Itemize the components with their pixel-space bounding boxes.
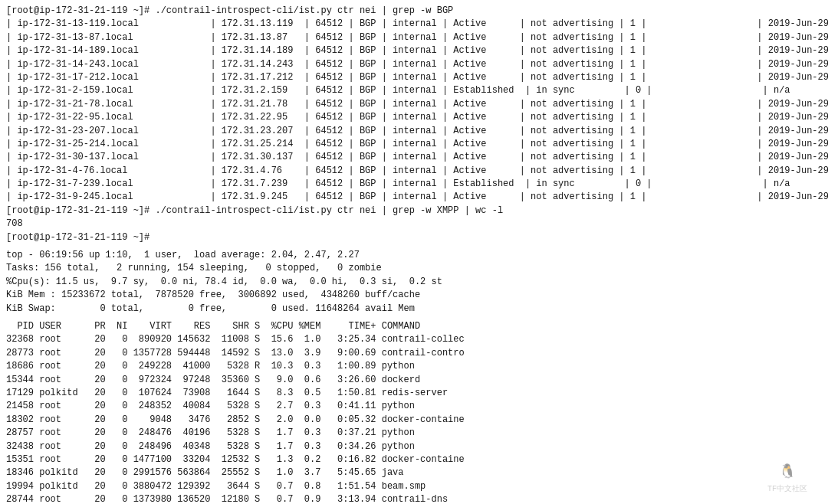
process-table-row: 18302 root 20 0 9048 3476 2852 S 2.0 0.0… (6, 414, 822, 427)
bgp-table-row: | ip-172-31-14-189.local | 172.31.14.189… (6, 44, 822, 57)
watermark: 🐧 TF中文社区 (753, 460, 822, 498)
bgp-table-row: | ip-172-31-4-76.local | 172.31.4.76 | 6… (6, 165, 822, 178)
bgp-table: | ip-172-31-13-119.local | 172.31.13.119… (6, 18, 822, 204)
bgp-table-row: | ip-172-31-7-239.local | 172.31.7.239 |… (6, 178, 822, 191)
bgp-table-row: | ip-172-31-25-214.local | 172.31.25.214… (6, 138, 822, 151)
process-table-row: 21458 root 20 0 248352 40084 5328 S 2.7 … (6, 400, 822, 413)
bgp-table-row: | ip-172-31-23-207.local | 172.31.23.207… (6, 125, 822, 138)
bgp-table-row: | ip-172-31-13-87.local | 172.31.13.87 |… (6, 31, 822, 44)
top-mem: KiB Mem : 15233672 total, 7878520 free, … (6, 289, 822, 302)
bgp-table-row: | ip-172-31-13-119.local | 172.31.13.119… (6, 18, 822, 31)
process-table-row: 18346 polkitd 20 0 2991576 563864 25552 … (6, 466, 822, 479)
bgp-table-row: | ip-172-31-2-159.local | 172.31.2.159 |… (6, 84, 822, 97)
process-table: 32368 root 20 0 890920 145632 11008 S 15… (6, 333, 822, 504)
bgp-table-row: | ip-172-31-30-137.local | 172.31.30.137… (6, 151, 822, 164)
process-table-row: 28757 root 20 0 248476 40196 5328 S 1.7 … (6, 427, 822, 440)
bgp-table-row: | ip-172-31-14-243.local | 172.31.14.243… (6, 58, 822, 71)
prompt-line-3: [root@ip-172-31-21-119 ~]# (6, 231, 822, 244)
process-table-row: 19994 polkitd 20 0 3880472 129392 3644 S… (6, 480, 822, 493)
bgp-table-row: | ip-172-31-21-78.local | 172.31.21.78 |… (6, 98, 822, 111)
process-table-row: 32368 root 20 0 890920 145632 11008 S 15… (6, 333, 822, 346)
terminal-window: [root@ip-172-31-21-119 ~]# ./contrail-in… (0, 0, 828, 504)
process-table-row: 32438 root 20 0 248496 40348 5328 S 1.7 … (6, 440, 822, 453)
bgp-table-row: | ip-172-31-9-245.local | 172.31.9.245 |… (6, 191, 822, 204)
process-table-row: 15351 root 20 0 1477100 33204 12532 S 1.… (6, 453, 822, 466)
process-table-row: 18686 root 20 0 249228 41000 5328 R 10.3… (6, 360, 822, 373)
bgp-table-row: | ip-172-31-17-212.local | 172.31.17.212… (6, 71, 822, 84)
prompt-line-1: [root@ip-172-31-21-119 ~]# ./contrail-in… (6, 5, 822, 18)
top-cpu: %Cpu(s): 11.5 us, 9.7 sy, 0.0 ni, 78.4 i… (6, 276, 822, 289)
watermark-text: TF中文社区 (767, 484, 807, 495)
bgp-table-row: | ip-172-31-22-95.local | 172.31.22.95 |… (6, 111, 822, 124)
prompt-line-2: [root@ip-172-31-21-119 ~]# ./contrail-in… (6, 205, 822, 218)
top-header: top - 06:19:56 up 1:10, 1 user, load ave… (6, 249, 822, 262)
top-col-header: PID USER PR NI VIRT RES SHR S %CPU %MEM … (6, 320, 822, 333)
top-tasks: Tasks: 156 total, 2 running, 154 sleepin… (6, 262, 822, 275)
xmpp-count: 708 (6, 218, 822, 231)
top-swap: KiB Swap: 0 total, 0 free, 0 used. 11648… (6, 303, 822, 316)
process-table-row: 15344 root 20 0 972324 97248 35360 S 9.0… (6, 374, 822, 387)
process-table-row: 17129 polkitd 20 0 107624 73908 1644 S 8… (6, 387, 822, 400)
process-table-row: 28744 root 20 0 1373980 136520 12180 S 0… (6, 493, 822, 504)
process-table-row: 28773 root 20 0 1357728 594448 14592 S 1… (6, 347, 822, 360)
